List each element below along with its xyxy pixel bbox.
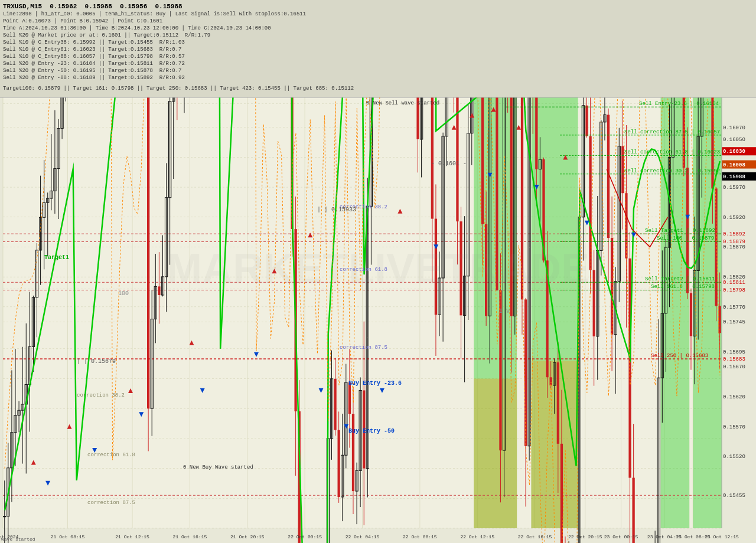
chart-canvas	[0, 0, 756, 543]
chart-container	[0, 0, 756, 543]
